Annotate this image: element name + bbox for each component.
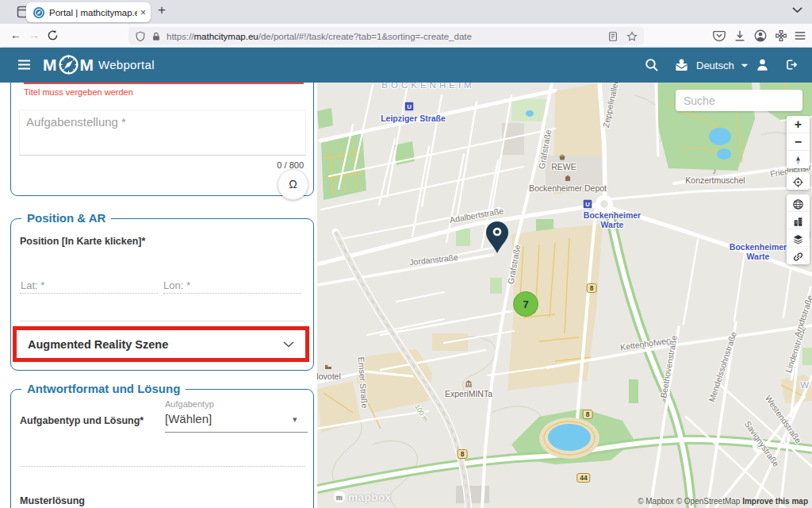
zoom-in-button[interactable]: + <box>787 116 810 133</box>
mapbox-logo-text: mapbox <box>348 491 392 503</box>
attribution-mapbox[interactable]: © Mapbox <box>638 497 676 506</box>
tab-list-chevron-icon[interactable] <box>792 7 802 13</box>
buildings-button[interactable] <box>787 212 810 229</box>
omega-symbol-button[interactable]: Ω <box>278 169 308 200</box>
hotel-icon <box>324 363 332 371</box>
shop-icon <box>558 153 566 161</box>
map-label: Emser Straße <box>357 356 370 408</box>
globe-button[interactable] <box>787 194 810 212</box>
map-label-layer: BOCKENHEIMLeipziger StraßeGräfstraßeGräf… <box>317 83 812 508</box>
back-button[interactable]: ← <box>10 29 21 41</box>
map-label: Bockenheimer Warte <box>730 242 787 261</box>
longitude-field-label: Lon: * <box>163 279 190 291</box>
sidebar-menu-icon[interactable] <box>17 58 31 71</box>
reader-view-icon[interactable] <box>607 31 619 42</box>
logout-icon[interactable] <box>783 57 799 72</box>
bookmark-star-icon[interactable] <box>626 31 638 42</box>
svg-text:U: U <box>585 201 590 208</box>
route-shield: 44 <box>576 473 590 483</box>
map-label: Bockenheimer Depot <box>529 183 607 193</box>
reload-icon[interactable] <box>47 29 59 41</box>
map-label: 100 m <box>413 403 430 423</box>
task-description-textarea[interactable]: Aufgabenstellung * <box>19 110 306 156</box>
compass-button[interactable] <box>787 151 810 168</box>
lock-icon[interactable] <box>151 31 162 42</box>
music-icon: ♪ <box>710 167 718 175</box>
latitude-field[interactable] <box>20 293 158 294</box>
museum-icon <box>465 379 473 387</box>
tab-title: Portal | mathcitymap.eu <box>49 8 137 17</box>
map-canvas[interactable]: 7 BOCKENHEIMLeipziger StraßeGräfstraßeGr… <box>317 83 812 508</box>
map-label: Savignystraße <box>743 419 781 468</box>
answer-format-panel: Antwortformat und Lösung Aufgabentyp Auf… <box>10 389 314 508</box>
extensions-icon[interactable] <box>774 29 788 43</box>
map-label: Novotel <box>317 371 341 381</box>
map-attribution: © Mapbox © OpenStreetMap Improve this ma… <box>638 497 808 506</box>
url-protocol: https:// <box>167 32 194 41</box>
share-link-button[interactable] <box>787 247 810 264</box>
ubahn-icon: U <box>584 200 592 209</box>
map-label: Arndtstraße <box>792 294 812 338</box>
select-caret-icon[interactable]: ▾ <box>293 414 297 425</box>
downloads-icon[interactable] <box>733 29 747 43</box>
compass-logo-icon <box>58 54 79 75</box>
tab-close-icon[interactable]: × <box>140 7 146 18</box>
page-content: Titel muss vergeben werden Aufgabenstell… <box>0 83 812 508</box>
browser-tab[interactable]: Portal | mathcitymap.eu × <box>26 2 151 22</box>
map-label: Leipziger Straße <box>381 114 446 123</box>
attribution-osm[interactable]: © OpenStreetMap <box>676 497 743 506</box>
map-label: Adalbertstraße <box>449 206 504 225</box>
task-type-select[interactable]: [Wählen] <box>165 412 212 425</box>
menu-icon[interactable] <box>793 29 807 43</box>
locate-button[interactable] <box>787 172 810 190</box>
map-label: Jordanstraße <box>409 252 459 267</box>
answer-divider <box>20 466 304 467</box>
language-selector[interactable]: Deutsch <box>696 60 734 71</box>
map-label: Kettenhofweg <box>619 336 671 352</box>
map-label: BOCKENHEIM <box>381 83 474 91</box>
support-contact-icon[interactable] <box>674 57 689 72</box>
forward-button: → <box>29 29 40 41</box>
map-label: ExperiMINTa <box>445 389 492 398</box>
map-label: Gräfstraße <box>537 129 553 170</box>
position-label: Position [In Karte klicken]* <box>20 236 145 247</box>
map-label: WESTEND <box>800 380 812 391</box>
browser-tab-bar: Portal | mathcitymap.eu × + <box>0 0 812 24</box>
layers-button[interactable] <box>787 229 810 247</box>
pocket-icon[interactable] <box>712 29 726 43</box>
user-profile-icon[interactable] <box>755 57 770 72</box>
position-ar-panel: Position & AR Position [In Karte klicken… <box>10 218 314 371</box>
map-search-input[interactable] <box>676 90 802 111</box>
select-underline <box>165 432 308 433</box>
account-icon[interactable] <box>753 29 768 43</box>
search-icon[interactable] <box>644 57 659 72</box>
svg-text:♪: ♪ <box>713 167 717 175</box>
tracking-shield-icon[interactable] <box>135 31 146 42</box>
attribution-improve-link[interactable]: Improve this map <box>742 497 808 506</box>
mapbox-logo: m mapbox <box>333 491 392 503</box>
map-label: Gräfstraße <box>506 244 523 285</box>
ar-highlight-box: Augmented Reality Szene <box>13 326 309 362</box>
longitude-field[interactable] <box>163 293 301 294</box>
url-bar[interactable]: https://mathcitymap.eu/de/portal/#!/task… <box>128 27 644 45</box>
logo-letter-right: M <box>80 56 94 75</box>
ar-scene-expander[interactable]: Augmented Reality Szene <box>28 338 283 351</box>
answer-format-legend: Antwortformat und Lösung <box>21 382 186 395</box>
zoom-out-button[interactable]: − <box>787 133 810 151</box>
route-shield: 8 <box>583 410 593 419</box>
browser-toolbar: ← → https://mathcitymap.eu/de/portal/#!/… <box>0 24 812 48</box>
map-label: REWE <box>551 162 576 171</box>
task-type-caption: Aufgabentyp <box>165 399 214 409</box>
url-path: /de/portal/#!/task/create?tab=1&sorting=… <box>259 32 472 41</box>
map-label: Bockenheimer Warte <box>584 210 641 229</box>
app-logo[interactable]: M M Webportal <box>43 54 155 75</box>
svg-text:m: m <box>336 494 343 502</box>
chevron-down-icon[interactable] <box>283 341 294 348</box>
language-chevron-icon[interactable] <box>741 64 749 68</box>
new-tab-button[interactable]: + <box>158 2 166 18</box>
position-ar-legend: Position & AR <box>21 211 111 225</box>
task-type-label: Aufgabentyp und Lösung* <box>20 415 144 426</box>
site-favicon <box>33 7 44 18</box>
map-label: Konzertmuschel <box>685 175 745 185</box>
map-control-group-3 <box>787 194 810 264</box>
